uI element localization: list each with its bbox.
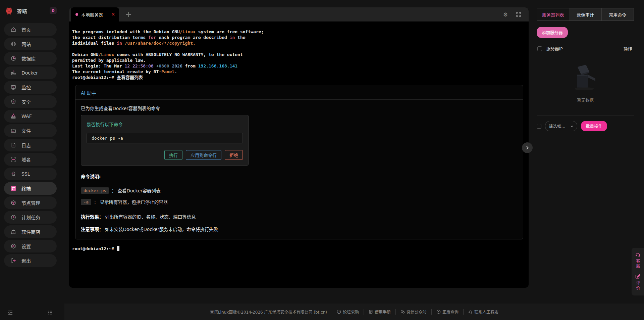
sidebar-item-files[interactable]: 文件	[4, 124, 57, 137]
batch-select-checkbox[interactable]	[537, 124, 541, 129]
sidebar-item-appstore[interactable]: 软件商店	[4, 225, 57, 238]
review-button[interactable]: 评价	[635, 274, 641, 291]
collapse-sidebar-icon[interactable]	[7, 309, 14, 316]
globe-icon	[10, 41, 16, 47]
forum-help-link[interactable]: ? 论坛求助	[332, 309, 359, 315]
domain-icon	[10, 156, 16, 163]
sidebar-item-database[interactable]: 数据库	[4, 52, 57, 65]
message-count-badge[interactable]: 0	[50, 7, 57, 14]
empty-text: 暂无数据	[537, 97, 634, 103]
sidebar-item-logout[interactable]: 退出	[4, 254, 57, 267]
effect-row: 执行效果： 列出所有容器的ID、名称、状态、端口等信息	[81, 213, 518, 220]
tab-common-commands[interactable]: 常用命令	[601, 8, 634, 21]
sidebar-item-home[interactable]: 首页	[4, 23, 57, 36]
confirm-question: 是否执行以下命令	[87, 121, 243, 128]
terminal-body[interactable]: The programs included with the Debian GN…	[69, 21, 529, 252]
folder-icon	[10, 128, 16, 134]
customer-service-button[interactable]: 客服	[635, 252, 641, 269]
batch-operation-button[interactable]: 批量操作	[581, 121, 607, 131]
settings-icon	[10, 243, 16, 249]
tab-server-list[interactable]: 服务器列表	[537, 8, 569, 21]
database-icon	[10, 55, 16, 61]
terminal-icon	[10, 185, 16, 191]
select-placeholder: 请选择...	[549, 123, 565, 129]
wechat-icon	[400, 310, 405, 314]
footer: 宝塔Linux面板©2014-2026 广东堡塔安全技术有限公司 (bt.cn)…	[64, 304, 644, 320]
contact-support-link[interactable]: 联系人工客服	[463, 309, 498, 315]
question-circle-icon: ?	[337, 310, 341, 314]
side-panel-tabs: 服务器列表 录像审计 常用命令	[537, 8, 634, 21]
review-label: 评价	[635, 281, 641, 291]
ssl-icon	[10, 171, 16, 177]
support-float-widget: 客服 评价	[632, 248, 644, 295]
docker-icon	[10, 70, 16, 76]
svg-text:?: ?	[338, 310, 340, 313]
support-headset-icon	[468, 310, 473, 314]
wechat-link[interactable]: 微信公众号	[395, 309, 427, 315]
book-icon	[369, 310, 373, 314]
shell-prompt[interactable]: root@debian12:~#	[72, 246, 523, 252]
tab-recording-audit[interactable]: 录像审计	[569, 8, 601, 21]
batch-action-select[interactable]: 请选择...	[545, 121, 577, 131]
sidebar-item-cron[interactable]: 计划任务	[4, 211, 57, 224]
prompt-text: root@debian12:~#	[72, 246, 117, 251]
explanation-item: docker ps ： 查看Docker容器列表	[81, 187, 518, 194]
server-table-header: 服务器IP 操作	[537, 43, 634, 54]
log-icon	[10, 142, 16, 148]
edit-icon	[635, 274, 641, 279]
logo-row: 聋瞎 0	[0, 0, 61, 21]
sidebar-item-waf[interactable]: WAF	[4, 110, 57, 123]
note-label: 注意事项：	[81, 227, 104, 232]
close-tab-icon[interactable]: ✕	[111, 12, 115, 17]
tabbar-actions: ⚙	[503, 7, 529, 21]
add-server-button[interactable]: 添加服务器	[537, 27, 568, 38]
reject-command-button[interactable]: 拒绝	[225, 150, 243, 160]
ai-assistant-panel: AI 助手 已为你生成查看Docker容器列表的命令 是否执行以下命令 dock…	[75, 85, 523, 239]
sidebar-item-docker[interactable]: Docker	[4, 66, 57, 79]
terminal-settings-gear-icon[interactable]: ⚙	[503, 11, 508, 18]
license-check-link[interactable]: 正版查询	[431, 309, 459, 315]
new-tab-button[interactable]: +	[119, 7, 138, 21]
code-desc: ： 显示所有容器，包括已停止的容器	[94, 198, 168, 205]
store-bag-icon	[10, 229, 16, 235]
run-command-button[interactable]: 执行	[164, 150, 182, 160]
manual-link[interactable]: 使用手册	[364, 309, 391, 315]
sidebar-footer	[0, 309, 61, 316]
sidebar-item-monitor[interactable]: 监控	[4, 81, 57, 94]
command-confirm-box: 是否执行以下命令 docker ps -a 执行 应用到命令行 拒绝	[81, 115, 249, 166]
sidebar-item-domain[interactable]: 域名	[4, 153, 57, 166]
code-chip: docker ps	[81, 187, 109, 194]
terminal-tabbar: 本地服务器 ✕ + ⚙	[69, 7, 529, 21]
tab-title: 本地服务器	[81, 11, 111, 18]
select-all-checkbox[interactable]	[537, 46, 542, 51]
effect-text: 列出所有容器的ID、名称、状态、端口等信息	[104, 214, 196, 220]
firewall-icon	[10, 113, 16, 119]
command-preview: docker ps -a	[87, 133, 243, 143]
collapse-right-panel-button[interactable]	[522, 142, 533, 153]
menu-list-icon[interactable]	[47, 309, 54, 316]
sidebar-item-terminal[interactable]: 终端	[4, 182, 57, 195]
fullscreen-icon[interactable]	[516, 12, 521, 17]
terminal-window: 本地服务器 ✕ + ⚙ The programs included with t…	[69, 7, 529, 288]
sidebar-item-website[interactable]: 网站	[4, 38, 57, 50]
empty-box-illustration	[568, 63, 603, 91]
logout-icon	[10, 258, 16, 264]
batch-controls: 请选择... 批量操作	[537, 115, 634, 131]
ai-intro-text: 已为你生成查看Docker容器列表的命令	[81, 105, 518, 111]
explanation-item: -a ： 显示所有容器，包括已停止的容器	[81, 198, 518, 205]
note-text: 如未安装Docker或Docker服务未启动，命令将执行失败	[104, 227, 218, 232]
sidebar-item-settings[interactable]: 设置	[4, 240, 57, 253]
sidebar-item-security[interactable]: 安全	[4, 95, 57, 108]
confirm-buttons: 执行 应用到命令行 拒绝	[87, 150, 243, 160]
sidebar-item-logs[interactable]: 日志	[4, 139, 57, 151]
node-cube-icon	[10, 200, 16, 206]
sidebar-item-node-management[interactable]: 节点管理	[4, 196, 57, 209]
shield-icon	[10, 99, 16, 105]
server-side-panel: 服务器列表 录像审计 常用命令 添加服务器 服务器IP 操作 暂无数据 请选择.…	[537, 8, 634, 131]
ai-assistant-title: AI 助手	[75, 85, 523, 100]
apply-to-cli-button[interactable]: 应用到命令行	[186, 150, 221, 160]
sidebar-item-ssl[interactable]: SSL	[4, 168, 57, 180]
terminal-tab-local-server[interactable]: 本地服务器 ✕	[71, 7, 119, 21]
copyright-text: 宝塔Linux面板©2014-2026 广东堡塔安全技术有限公司 (bt.cn)	[210, 309, 327, 315]
code-desc: ： 查看Docker容器列表	[112, 187, 161, 194]
